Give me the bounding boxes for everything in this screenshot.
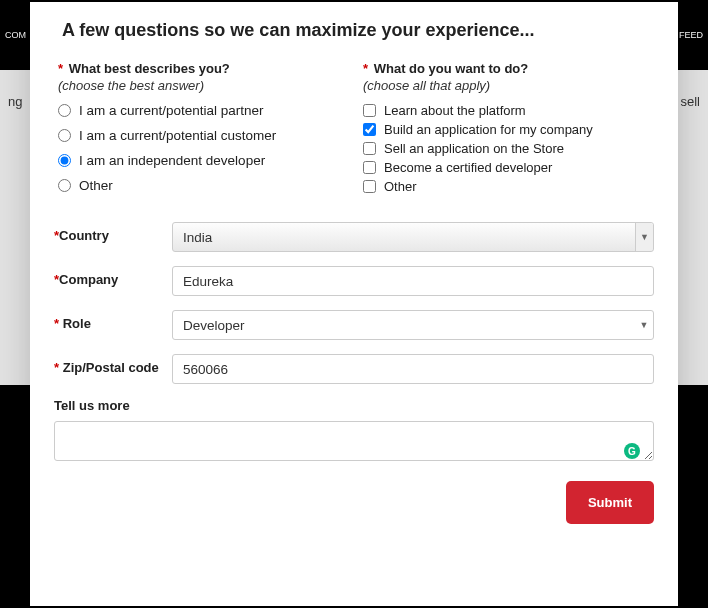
role-select[interactable]: Developer <box>172 310 654 340</box>
radio-customer[interactable] <box>58 129 71 142</box>
radio-partner[interactable] <box>58 104 71 117</box>
radio-customer-label: I am a current/potential customer <box>79 128 276 143</box>
modal-title: A few questions so we can maximize your … <box>54 20 654 41</box>
grammarly-icon[interactable]: G <box>624 443 640 459</box>
radio-developer[interactable] <box>58 154 71 167</box>
radio-other-label: Other <box>79 178 113 193</box>
bg-header-left: COM <box>5 30 26 40</box>
check-certified-label: Become a certified developer <box>384 160 552 175</box>
check-other-label: Other <box>384 179 417 194</box>
question-want-to-do: * What do you want to do? (choose all th… <box>359 61 654 194</box>
company-input[interactable] <box>172 266 654 296</box>
check-learn-label: Learn about the platform <box>384 103 526 118</box>
radio-partner-label: I am a current/potential partner <box>79 103 264 118</box>
check-other[interactable] <box>363 180 376 193</box>
tell-more-label: Tell us more <box>54 398 654 413</box>
zip-input[interactable] <box>172 354 654 384</box>
submit-button[interactable]: Submit <box>566 481 654 524</box>
check-learn-platform[interactable] <box>363 104 376 117</box>
tell-more-textarea[interactable] <box>54 421 654 461</box>
question-describe-you: * What best describes you? (choose the b… <box>54 61 349 194</box>
check-build-label: Build an application for my company <box>384 122 593 137</box>
radio-developer-label: I am an independent developer <box>79 153 265 168</box>
onboarding-modal: A few questions so we can maximize your … <box>30 2 678 606</box>
bg-header-right: FEED <box>679 30 703 40</box>
check-build-app[interactable] <box>363 123 376 136</box>
country-select[interactable]: India <box>172 222 654 252</box>
check-sell-app[interactable] <box>363 142 376 155</box>
radio-other[interactable] <box>58 179 71 192</box>
check-certified[interactable] <box>363 161 376 174</box>
check-sell-label: Sell an application on the Store <box>384 141 564 156</box>
